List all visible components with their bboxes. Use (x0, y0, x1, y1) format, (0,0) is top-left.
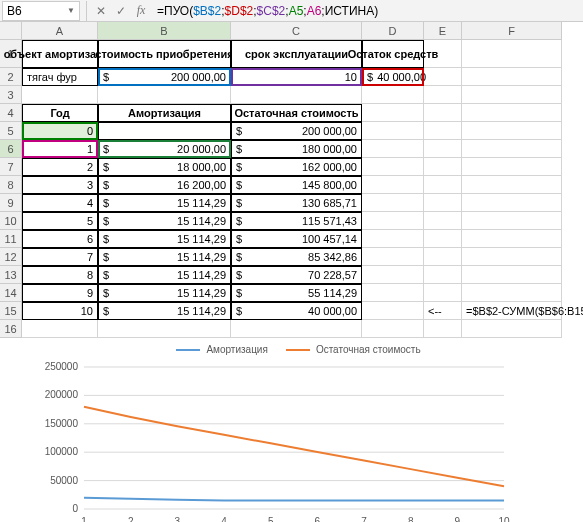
row-header[interactable]: 16 (0, 320, 22, 338)
col-header-e[interactable]: E (424, 22, 462, 40)
cell[interactable] (424, 176, 462, 194)
cell[interactable]: $40 000,00 (231, 302, 362, 320)
cell[interactable]: $15 114,29 (98, 266, 231, 284)
cell[interactable] (424, 86, 462, 104)
cell[interactable] (362, 212, 424, 230)
cell[interactable] (362, 302, 424, 320)
name-box[interactable]: B6 ▼ (2, 1, 80, 21)
cell[interactable] (462, 266, 562, 284)
cell[interactable]: 9 (22, 284, 98, 302)
cell[interactable] (462, 86, 562, 104)
cell[interactable]: =$B$2-СУММ($B$6:B15) (462, 302, 562, 320)
cell[interactable] (424, 248, 462, 266)
row-header[interactable]: 12 (0, 248, 22, 266)
cell[interactable] (424, 284, 462, 302)
cell[interactable]: $85 342,86 (231, 248, 362, 266)
cell[interactable] (462, 230, 562, 248)
chart[interactable]: Амортизация Остаточная стоимость 0500001… (34, 344, 563, 522)
cell[interactable] (362, 284, 424, 302)
cell[interactable]: 2 (22, 158, 98, 176)
cell[interactable]: 10 (22, 302, 98, 320)
row-header[interactable]: 11 (0, 230, 22, 248)
cell[interactable] (362, 176, 424, 194)
cell[interactable]: стоимость приобретения (98, 40, 231, 68)
cell[interactable]: Амортизация (98, 104, 231, 122)
col-header-a[interactable]: A (22, 22, 98, 40)
cell[interactable]: $115 571,43 (231, 212, 362, 230)
cell[interactable] (362, 248, 424, 266)
cell[interactable] (462, 194, 562, 212)
cell[interactable]: тягач фур (22, 68, 98, 86)
cell[interactable] (424, 40, 462, 68)
cell-b2[interactable]: $200 000,00 (98, 68, 231, 86)
spreadsheet-grid[interactable]: A B C D E F 1 объект амортизации стоимос… (0, 22, 583, 338)
cell[interactable] (98, 86, 231, 104)
cell[interactable]: 6 (22, 230, 98, 248)
cell[interactable] (362, 230, 424, 248)
select-all-corner[interactable] (0, 22, 22, 40)
cell[interactable]: $100 457,14 (231, 230, 362, 248)
cell[interactable] (362, 122, 424, 140)
cell[interactable]: $70 228,57 (231, 266, 362, 284)
row-header[interactable]: 10 (0, 212, 22, 230)
cell[interactable] (424, 212, 462, 230)
cell[interactable] (424, 140, 462, 158)
cell[interactable] (462, 212, 562, 230)
cell[interactable]: $15 114,29 (98, 302, 231, 320)
cell-c2[interactable]: 10 (231, 68, 362, 86)
chevron-down-icon[interactable]: ▼ (67, 6, 75, 15)
row-header[interactable]: 14 (0, 284, 22, 302)
cell[interactable] (462, 122, 562, 140)
cell[interactable]: $162 000,00 (231, 158, 362, 176)
col-header-d[interactable]: D (362, 22, 424, 40)
cell[interactable]: 4 (22, 194, 98, 212)
cell[interactable]: $18 000,00 (98, 158, 231, 176)
cell[interactable] (424, 104, 462, 122)
col-header-f[interactable]: F (462, 22, 562, 40)
cell[interactable] (462, 40, 562, 68)
cell[interactable]: 3 (22, 176, 98, 194)
cell[interactable] (362, 320, 424, 338)
cell[interactable]: 0 (22, 122, 98, 140)
cell[interactable]: $200 000,00 (231, 122, 362, 140)
row-header[interactable]: 6 (0, 140, 22, 158)
cell[interactable]: 7 (22, 248, 98, 266)
cell[interactable] (462, 68, 562, 86)
cell[interactable] (231, 320, 362, 338)
cell[interactable] (22, 86, 98, 104)
cell[interactable]: $15 114,29 (98, 284, 231, 302)
row-header[interactable]: 15 (0, 302, 22, 320)
cell[interactable] (462, 176, 562, 194)
row-header[interactable]: 13 (0, 266, 22, 284)
cell[interactable] (424, 320, 462, 338)
cell[interactable] (424, 122, 462, 140)
row-header[interactable]: 5 (0, 122, 22, 140)
cell[interactable] (462, 140, 562, 158)
fx-icon[interactable]: fx (132, 2, 150, 20)
row-header[interactable]: 2 (0, 68, 22, 86)
cell[interactable]: объект амортизации (22, 40, 98, 68)
row-header[interactable]: 7 (0, 158, 22, 176)
cell[interactable]: $180 000,00 (231, 140, 362, 158)
row-header[interactable]: 8 (0, 176, 22, 194)
formula-input[interactable]: =ПУО($B$2;$D$2;$C$2;A5;A6;ИСТИНА) (151, 4, 583, 18)
cell[interactable]: $15 114,29 (98, 212, 231, 230)
cell[interactable] (424, 266, 462, 284)
cell[interactable]: $55 114,29 (231, 284, 362, 302)
cell[interactable] (462, 158, 562, 176)
cell[interactable]: $15 114,29 (98, 230, 231, 248)
cell[interactable] (362, 104, 424, 122)
cell[interactable] (424, 68, 462, 86)
cell[interactable] (362, 140, 424, 158)
cell[interactable]: срок эксплуатации (231, 40, 362, 68)
cell[interactable]: <-- (424, 302, 462, 320)
cell[interactable]: 8 (22, 266, 98, 284)
cell[interactable] (362, 158, 424, 176)
cell[interactable] (231, 86, 362, 104)
cell[interactable]: Остаток средств (362, 40, 424, 68)
row-header[interactable]: 9 (0, 194, 22, 212)
cell[interactable]: $130 685,71 (231, 194, 362, 212)
cell[interactable]: Год (22, 104, 98, 122)
cell[interactable] (462, 248, 562, 266)
cell[interactable] (424, 230, 462, 248)
